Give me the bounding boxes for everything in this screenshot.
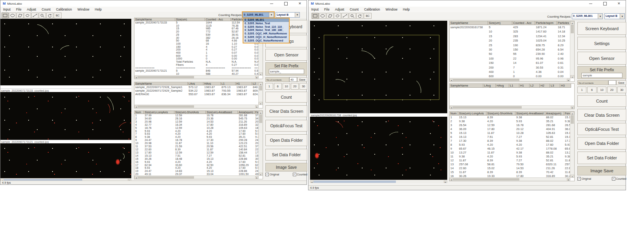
open-sensor-button[interactable]: Open Sensor — [265, 49, 307, 61]
scroll-down-arrow-icon[interactable]: ▼ — [259, 102, 263, 105]
vertical-scrollbar[interactable]: ▲▼ — [570, 21, 574, 78]
live-image-view[interactable] — [0, 19, 131, 85]
table-row[interactable]: 85.934.204.2017.605.93 — [450, 143, 574, 147]
table-row[interactable]: 13257.0858.8179.506320.11257. — [450, 163, 574, 166]
horizontal-scrollbar[interactable]: ◄► — [450, 105, 574, 109]
scroll-up-arrow-icon[interactable]: ▲ — [259, 111, 263, 114]
scroll-right-arrow-icon[interactable]: ► — [567, 178, 570, 181]
scroll-right-arrow-icon[interactable]: ► — [571, 106, 574, 108]
table-row[interactable]: 1415.137.517.2752.8115 — [134, 154, 263, 157]
menu-item[interactable]: File — [13, 7, 24, 11]
title-bar[interactable]: M MicroLabo ✕ — [0, 0, 307, 7]
screen-keyboard-button[interactable]: Screen Keyboard — [577, 22, 626, 35]
image-horizontal-scrollbar[interactable]: ◄► — [310, 180, 447, 183]
table-row[interactable]: 119.384.205.9335.219.38 — [450, 155, 574, 159]
contact-count-button[interactable]: 30 — [299, 83, 307, 90]
menu-item[interactable]: Help — [92, 7, 104, 11]
save-button[interactable]: Save — [616, 80, 626, 85]
contact-count-button[interactable]: 10 — [597, 87, 606, 93]
menu-item[interactable]: Window — [383, 7, 400, 11]
chevron-down-icon[interactable]: ▼ — [620, 14, 624, 19]
close-button[interactable]: ✕ — [615, 1, 623, 6]
contacts-value-field[interactable]: 40 — [289, 77, 297, 82]
contact-count-button[interactable]: 10 — [283, 83, 290, 90]
table-row[interactable]: SampleNameSize(um)Counted - AccParticle/… — [450, 21, 574, 25]
table-row[interactable]: sample_20220907172929_Sample2534.221983.… — [134, 89, 263, 92]
rect-select-tool-icon[interactable] — [2, 13, 9, 18]
chevron-down-icon[interactable]: ▼ — [598, 14, 602, 19]
layout-combobox[interactable]: Layout B▼ — [604, 13, 625, 19]
table-row[interactable]: 25190828.758.29 — [450, 43, 574, 47]
rect-select-tool-icon[interactable] — [312, 13, 319, 19]
original-checkbox[interactable]: ✓Original — [577, 177, 591, 181]
set-data-folder-button[interactable]: Set Data Folder — [577, 152, 626, 164]
table-row[interactable]: 1530.2618.4815.13228.8630 — [134, 157, 263, 161]
recipe-option[interactable]: 0_S205_OQC_H_NoiseRemoved — [243, 36, 289, 39]
contact-count-button[interactable]: 6 — [587, 87, 596, 93]
open-data-folder-button[interactable]: Open Data Folder — [265, 134, 307, 146]
table-row[interactable]: 185.934.204.2017.605.9 — [134, 166, 263, 170]
counted-checkbox[interactable]: ✓Counted — [293, 173, 307, 176]
table-row[interactable]: 518.7612.5910.28105.6318 — [134, 126, 263, 130]
scroll-left-arrow-icon[interactable]: ◄ — [450, 79, 453, 81]
menu-item[interactable]: File — [321, 7, 332, 11]
counted-image-view[interactable] — [310, 117, 447, 180]
image-save-button[interactable]: Image Save — [577, 166, 626, 175]
menu-item[interactable]: Calibration — [361, 7, 383, 11]
table-row[interactable]: 924.4716.7817.30299.2824 — [134, 139, 263, 142]
table-row[interactable]: 432.7716.3417.80316.8932 — [134, 123, 263, 126]
recipe-option[interactable]: 0_S205_Noise_Test — [243, 22, 289, 25]
table-row[interactable]: 1762.9433.6032.501056.2962 — [134, 164, 263, 167]
table-row[interactable]: 965.6746.1542.171778.0865.6 — [450, 147, 574, 151]
table-row[interactable]: 5055239.902.40 — [450, 52, 574, 56]
freeform-select-tool-icon[interactable] — [334, 13, 341, 19]
set-data-folder-button[interactable]: Set Data Folder — [265, 149, 307, 161]
scroll-left-arrow-icon[interactable]: ◄ — [134, 176, 138, 179]
scroll-right-arrow-icon[interactable]: ► — [444, 181, 447, 183]
table-row[interactable]: NumSize(um)-LongAxisSize(um)-ShortAxisSi… — [450, 112, 574, 116]
zoom-tool-icon[interactable] — [349, 13, 356, 19]
table-row[interactable]: sample_20220907172928_Sample1573.121983.… — [134, 85, 263, 89]
polygon-select-tool-icon[interactable] — [327, 13, 334, 19]
live-image-view[interactable] — [310, 21, 447, 113]
save-button[interactable]: Save — [297, 77, 307, 82]
scroll-right-arrow-icon[interactable]: ► — [255, 176, 259, 179]
table-row[interactable]: 615.137.517.2752.8115.1 — [450, 135, 574, 139]
settings-button[interactable]: Settings — [577, 37, 626, 50]
line-tool-icon[interactable] — [341, 13, 348, 19]
table-row[interactable]: Fibers40.270.0 — [134, 63, 263, 67]
recipe-option[interactable]: Designe_Setup — [243, 43, 289, 43]
optic-focus-test-button[interactable]: Optic&Focus Test — [577, 123, 626, 135]
table-row[interactable]: sample2022092816173854291871.2418.71 — [450, 25, 574, 29]
close-button[interactable]: ✕ — [296, 1, 304, 6]
table-row[interactable]: 100000.000.0 — [134, 57, 263, 60]
set-file-prefix-button[interactable]: Set File Prefix — [265, 62, 307, 76]
counted-image-view-1[interactable] — [0, 92, 131, 140]
counting-recipes-combobox[interactable]: 0_S205_ML801▼ — [243, 12, 274, 18]
scroll-left-arrow-icon[interactable]: ◄ — [450, 178, 453, 181]
table-row[interactable]: 15040.270.0 — [134, 45, 263, 49]
table-row[interactable]: 1020.9811.8711.10123.2320 — [134, 142, 263, 145]
vertical-scrollbar[interactable]: ▲▼ — [570, 112, 574, 178]
recipe-option[interactable]: 0_S205_ML801 — [243, 18, 289, 22]
table-row[interactable]: 1924.4714.8315.13228.8624 — [134, 170, 263, 173]
table-row[interactable]: 515.1311.8710.28105.6315.1 — [450, 131, 574, 135]
scroll-right-arrow-icon[interactable]: ► — [255, 76, 259, 78]
table-row[interactable]: 65.934.204.2017.605.9 — [134, 130, 263, 133]
minimize-button[interactable] — [586, 1, 595, 6]
selection-rectangle[interactable] — [324, 35, 439, 100]
table-row[interactable]: 29.384.205.9335.219.38 — [450, 119, 574, 123]
rotate-tool-icon[interactable] — [46, 13, 53, 18]
rotate-tool-icon[interactable] — [356, 13, 363, 19]
counted-checkbox[interactable]: ✓Counted — [612, 177, 626, 181]
scroll-up-arrow-icon[interactable]: ▲ — [570, 21, 574, 24]
file-prefix-input[interactable] — [581, 73, 622, 78]
freeform-select-tool-icon[interactable] — [24, 13, 31, 18]
horizontal-scrollbar[interactable]: ◄► — [134, 175, 259, 179]
table-row[interactable]: 1222.608.3911.87140.8422 — [134, 148, 263, 151]
scroll-up-arrow-icon[interactable]: ▲ — [259, 82, 263, 85]
contact-count-button[interactable]: 1 — [577, 87, 586, 93]
recipe-option[interactable]: 0_S205_Noise_Test_180_180_ — [243, 29, 289, 32]
table-row[interactable]: 60000.000.0 — [134, 54, 263, 58]
menu-item[interactable]: Count — [347, 7, 361, 11]
